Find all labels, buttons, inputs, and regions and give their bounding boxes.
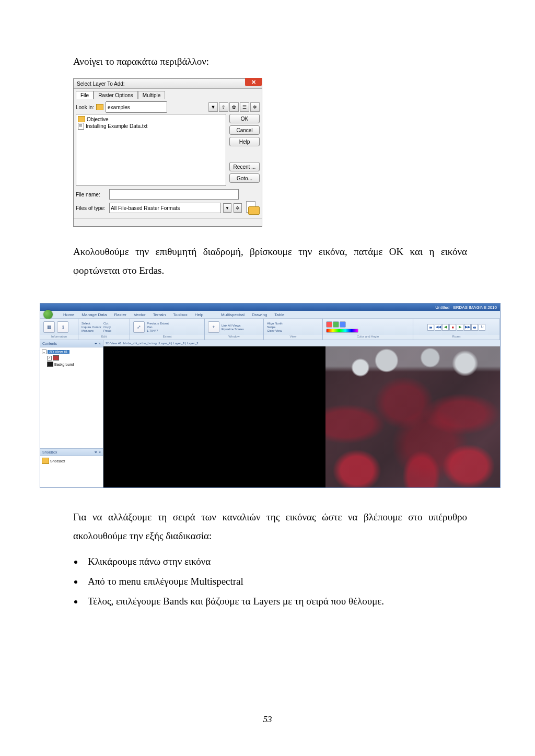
details-view-icon[interactable]: ✲ <box>250 102 260 112</box>
folder-icon <box>42 458 49 464</box>
band-red-icon[interactable] <box>326 321 332 328</box>
tab-raster-options[interactable]: Raster Options <box>94 91 138 99</box>
loop-icon[interactable]: ↻ <box>479 324 485 331</box>
para-3: Για να αλλάξουμε τη σειρά των καναλιών τ… <box>73 508 467 545</box>
tree-background-node[interactable]: Background <box>47 361 101 367</box>
intro-text: Ανοίγει το παρακάτω περιβάλλον: <box>73 52 467 71</box>
sidebar: Contents⏷ × −2D View #1 ✓ Background Sho… <box>40 340 103 487</box>
menu-multispectral[interactable]: Multispectral <box>221 312 245 317</box>
ribbon-select[interactable]: Select <box>82 322 101 325</box>
filetype-select[interactable] <box>109 203 221 213</box>
shoebox-item[interactable]: ShoeBox <box>40 456 103 466</box>
ribbon-align-north[interactable]: Align North <box>267 322 283 325</box>
layer-tree[interactable]: −2D View #1 ✓ Background <box>40 347 103 449</box>
ribbon-clear-view[interactable]: Clear View <box>267 329 283 332</box>
menu-toolbox[interactable]: Toolbox <box>173 312 188 317</box>
star-icon[interactable]: ✲ <box>234 203 242 213</box>
ribbon-copy[interactable]: Copy <box>103 325 111 329</box>
forward-icon[interactable]: ▶▶ <box>464 324 471 331</box>
pin-icon[interactable]: ⏷ × <box>94 342 101 345</box>
menu-bar: Home Manage Data Raster Vector Terrain T… <box>40 311 500 319</box>
contents-button[interactable]: ▦ <box>43 321 55 333</box>
folder-icon <box>96 104 103 110</box>
filename-input[interactable] <box>109 189 239 200</box>
dropdown-icon[interactable]: ▼ <box>223 203 231 213</box>
tree-layer-node[interactable]: ✓ <box>47 355 101 361</box>
ribbon-pan[interactable]: Pan <box>147 325 169 329</box>
menu-drawing[interactable]: Drawing <box>252 312 267 317</box>
list-item: Από το menu επιλέγουμε Multispectral <box>84 572 467 591</box>
menu-terrain[interactable]: Terrain <box>153 312 166 317</box>
band-blue-icon[interactable] <box>340 321 346 328</box>
ribbon-measure[interactable]: Measure <box>82 329 101 332</box>
bullet-list: Κλικάρουμε πάνω στην εικόνα Από το menu … <box>84 552 467 611</box>
layer-info-button[interactable]: ℹ <box>57 321 68 333</box>
new-folder-icon[interactable]: ✿ <box>229 102 239 112</box>
ribbon-inquire[interactable]: Inquire Cursor <box>82 325 101 329</box>
zoom-to-extent-icon[interactable]: ⤢ <box>133 321 145 333</box>
skip-fwd-icon[interactable]: ⏭ <box>471 324 478 331</box>
menu-raster[interactable]: Raster <box>114 312 126 317</box>
recent-button[interactable]: Recent ... <box>229 162 260 171</box>
add-views-icon[interactable]: + <box>208 321 219 333</box>
ribbon-swipe[interactable]: Swipe <box>267 325 283 329</box>
ribbon-cut[interactable]: Cut <box>103 322 111 325</box>
list-item[interactable]: Installing Example Data.txt <box>78 123 224 130</box>
play-back-icon[interactable]: ◀ <box>442 324 449 331</box>
list-view-icon[interactable]: ☰ <box>240 102 249 112</box>
ribbon-scale: 1.79447 <box>147 329 169 332</box>
dialog-title: Select Layer To Add: <box>77 81 125 87</box>
para-2: Ακολουθούμε την επιθυμητή διαδρομή, βρίσ… <box>73 242 467 280</box>
pin-icon[interactable]: ⏷ × <box>94 450 101 454</box>
filename-label: File name: <box>76 192 107 197</box>
ribbon-link-views[interactable]: Link All Views <box>222 324 244 327</box>
ribbon-paste[interactable]: Paste <box>103 329 111 332</box>
dialog-tabs: File Raster Options Multiple <box>76 91 260 99</box>
document-icon <box>78 123 84 130</box>
folder-icon <box>78 116 85 122</box>
dropdown-icon[interactable]: ▼ <box>208 102 218 112</box>
band-green-icon[interactable] <box>333 321 339 328</box>
dialog-screenshot: Select Layer To Add: ✕ File Raster Optio… <box>73 78 467 227</box>
filetype-label: Files of type: <box>76 205 107 211</box>
app-titlebar: Untitled - ERDAS IMAGINE 2010 <box>40 304 500 311</box>
erdas-screenshot: Untitled - ERDAS IMAGINE 2010 Home Manag… <box>40 303 467 488</box>
ribbon-equalize[interactable]: Equalize Scales <box>222 328 244 331</box>
play-icon[interactable]: ▶ <box>457 324 463 331</box>
ok-button[interactable]: OK <box>229 114 260 123</box>
file-list[interactable]: Objective Installing Example Data.txt <box>76 114 226 186</box>
menu-home[interactable]: Home <box>63 312 74 317</box>
lookin-label: Look in: <box>76 104 94 110</box>
background-swatch-icon <box>47 362 53 367</box>
rewind-icon[interactable]: ◀◀ <box>435 324 441 331</box>
status-bar <box>74 218 262 226</box>
app-title: Untitled - ERDAS IMAGINE 2010 <box>435 305 497 310</box>
tree-view-node[interactable]: −2D View #1 <box>42 349 101 355</box>
menu-vector[interactable]: Vector <box>134 312 146 317</box>
ribbon: ▦ ℹ Information Select Inquire Cursor Me… <box>40 319 500 340</box>
menu-table[interactable]: Table <box>274 312 284 317</box>
menu-help[interactable]: Help <box>195 312 203 317</box>
close-icon[interactable]: ✕ <box>245 78 262 86</box>
cancel-button[interactable]: Cancel <box>229 125 260 135</box>
list-item[interactable]: Objective <box>78 116 224 122</box>
list-item: Τέλος, επιλέγουμε Bands και βάζουμε τα L… <box>84 591 467 611</box>
tab-multiple[interactable]: Multiple <box>138 91 165 99</box>
viewport[interactable]: 2D View #1: hh-ba_chi_ortho_bv.img | Lay… <box>103 340 500 487</box>
goto-button[interactable]: Goto... <box>229 173 260 183</box>
dialog-titlebar: Select Layer To Add: ✕ <box>74 79 262 89</box>
skip-back-icon[interactable]: ⏮ <box>427 324 434 331</box>
stop-icon[interactable]: ■ <box>449 324 456 331</box>
tab-file[interactable]: File <box>76 91 94 99</box>
app-orb-icon[interactable] <box>43 310 53 319</box>
up-folder-icon[interactable]: ⇧ <box>219 102 228 112</box>
ribbon-prev-extent[interactable]: Previous Extent <box>147 322 169 325</box>
menu-manage-data[interactable]: Manage Data <box>82 312 107 317</box>
contents-panel-header: Contents⏷ × <box>40 340 103 347</box>
lookin-combo[interactable] <box>106 101 167 113</box>
page-number: 53 <box>0 714 535 725</box>
color-ramp-icon[interactable] <box>326 329 358 333</box>
help-button[interactable]: Help <box>229 137 260 146</box>
raster-image[interactable] <box>325 346 500 487</box>
shoebox-panel-header: ShoeBox⏷ × <box>40 449 103 456</box>
